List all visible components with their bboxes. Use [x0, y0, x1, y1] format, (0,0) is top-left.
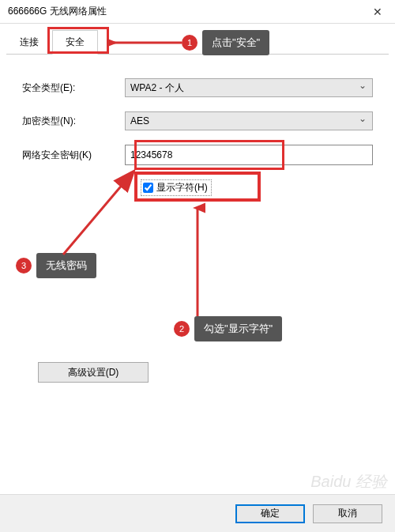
annotation-1-badge: 1 — [182, 35, 198, 51]
select-encryption-type-wrap: AES — [125, 111, 373, 130]
checkbox-show-chars-text: 显示字符(H) — [156, 181, 208, 194]
annotation-1: 1 点击"安全" — [182, 30, 269, 55]
annotation-2: 2 勾选"显示字符" — [174, 316, 282, 341]
close-button[interactable]: ✕ — [359, 0, 395, 24]
row-security-type: 安全类型(E): WPA2 - 个人 — [22, 78, 373, 97]
checkbox-show-chars[interactable] — [143, 183, 153, 193]
window-title: 666666G 无线网络属性 — [8, 5, 107, 18]
tab-connection[interactable]: 连接 — [6, 30, 52, 55]
select-encryption-type[interactable]: AES — [125, 111, 373, 130]
annotation-3: 3 无线密码 — [16, 253, 96, 278]
annotation-1-text: 点击"安全" — [202, 30, 269, 55]
watermark: Baidu 经验 — [310, 471, 387, 492]
bottom-bar: 确定 取消 — [0, 494, 395, 532]
select-security-type[interactable]: WPA2 - 个人 — [125, 78, 373, 97]
checkbox-show-chars-label[interactable]: 显示字符(H) — [141, 179, 212, 196]
cancel-button[interactable]: 取消 — [313, 504, 382, 523]
close-icon: ✕ — [373, 6, 382, 18]
titlebar: 666666G 无线网络属性 ✕ — [0, 0, 395, 24]
annotation-2-text: 勾选"显示字符" — [194, 316, 282, 341]
row-show-chars: 显示字符(H) — [141, 179, 373, 196]
annotation-2-badge: 2 — [174, 321, 190, 337]
label-security-type: 安全类型(E): — [22, 81, 125, 95]
ok-button[interactable]: 确定 — [235, 504, 305, 523]
advanced-settings-button[interactable]: 高级设置(D) — [38, 362, 149, 383]
row-encryption-type: 加密类型(N): AES — [22, 111, 373, 130]
row-network-key: 网络安全密钥(K) — [22, 145, 373, 165]
input-network-key[interactable] — [125, 145, 373, 165]
annotation-3-badge: 3 — [16, 258, 32, 274]
form-area: 安全类型(E): WPA2 - 个人 加密类型(N): AES 网络安全密钥(K… — [6, 70, 389, 391]
select-security-type-wrap: WPA2 - 个人 — [125, 78, 373, 97]
label-network-key: 网络安全密钥(K) — [22, 149, 125, 162]
annotation-3-text: 无线密码 — [36, 253, 96, 278]
label-encryption-type: 加密类型(N): — [22, 115, 125, 128]
tab-security[interactable]: 安全 — [52, 30, 98, 55]
